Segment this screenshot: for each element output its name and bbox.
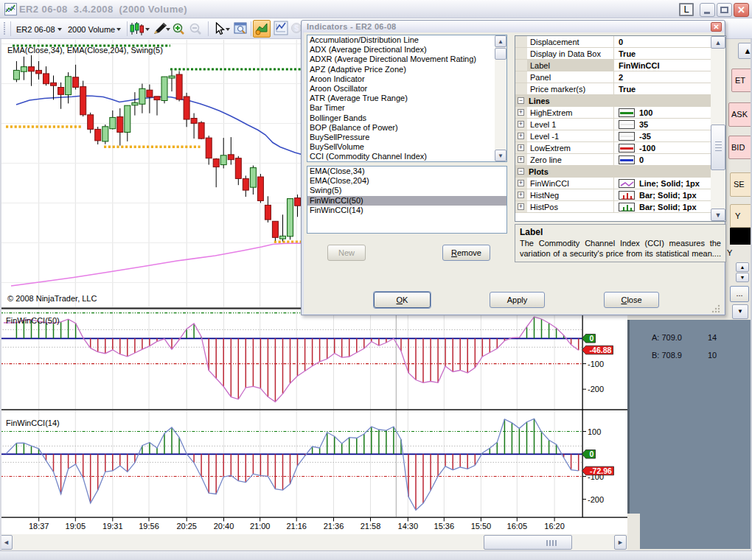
svg-text:19:56: 19:56 (139, 522, 159, 531)
svg-text:-200: -200 (588, 385, 604, 393)
svg-text:© 2008 NinjaTrader, LLC: © 2008 NinjaTrader, LLC (7, 294, 97, 303)
svg-text:-72.96: -72.96 (590, 466, 612, 475)
svg-text:-46.88: -46.88 (590, 346, 612, 354)
svg-text:21:16: 21:16 (286, 522, 307, 531)
svg-text:100: 100 (588, 427, 601, 436)
svg-text:FinWinCCI(14): FinWinCCI(14) (6, 419, 60, 427)
svg-text:0: 0 (590, 449, 594, 458)
svg-text:$: $ (294, 24, 299, 32)
svg-text:18:37: 18:37 (29, 522, 49, 531)
svg-text:21:00: 21:00 (250, 522, 271, 531)
svg-text:16:05: 16:05 (507, 522, 528, 531)
svg-text:14:30: 14:30 (398, 522, 419, 531)
svg-text:FinWinCCI(50): FinWinCCI(50) (6, 316, 60, 325)
svg-text:15:50: 15:50 (471, 522, 492, 531)
svg-text:19:31: 19:31 (102, 522, 123, 531)
svg-text:0: 0 (590, 334, 594, 343)
svg-text:19:05: 19:05 (66, 522, 86, 531)
svg-text:16:20: 16:20 (544, 522, 565, 531)
svg-text:EMA(Close,34), EMA(Close,204),: EMA(Close,34), EMA(Close,204), Swing(5) (7, 46, 163, 55)
svg-text:21:36: 21:36 (324, 522, 344, 531)
svg-text:20:40: 20:40 (214, 522, 234, 531)
svg-text:-200: -200 (588, 495, 604, 504)
svg-text:-100: -100 (588, 360, 604, 368)
svg-text:21:58: 21:58 (361, 522, 381, 531)
svg-text:15:36: 15:36 (434, 522, 455, 531)
svg-text:20:25: 20:25 (176, 522, 197, 531)
